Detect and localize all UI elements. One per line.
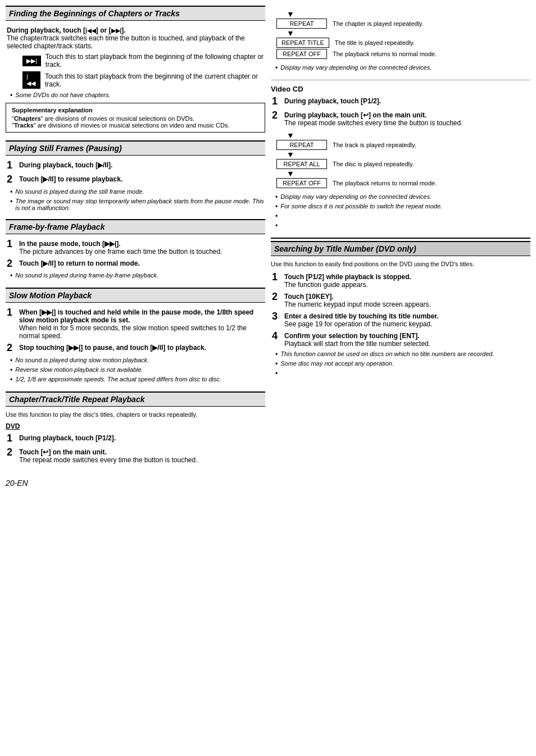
sm-step1-num: 1 (7, 307, 19, 318)
still-step2-num: 2 (7, 174, 19, 185)
vcd-bullet3 (271, 212, 530, 220)
vcd-repeat-desc2: The disc is played repeatedly. (333, 161, 414, 167)
cr-step1: 1 During playback, touch [P1/2]. (6, 433, 265, 444)
search-step2: 2 Touch [10KEY]. The numeric keypad inpu… (271, 292, 530, 308)
finding-icon1-row: ▶▶| Touch this to start playback from th… (6, 53, 265, 69)
sm-bullet1-text: No sound is played during slow motion pl… (15, 357, 149, 363)
finding-step1-text: During playback, touch [|◀◀] or [▶▶|]. T… (7, 25, 265, 50)
dvd-repeat-box1: REPEAT (276, 19, 327, 29)
search-step1-text: Touch [P1/2] while playback is stopped. … (284, 272, 530, 289)
still-bullet1: No sound is played during the still fram… (6, 188, 265, 196)
chapter-repeat-intro: Use this function to play the disc's tit… (6, 411, 265, 418)
note-text1: "Chapters" are divisions of movies or mu… (12, 115, 259, 122)
dvd-repeat-desc2: The title is played repeatedly. (335, 39, 415, 46)
sm-bullet1: No sound is played during slow motion pl… (6, 357, 265, 365)
cr-step2: 2 Touch [↩] on the main unit. The repeat… (6, 447, 265, 464)
dvd-arrow2: ▼ (276, 29, 294, 37)
frame-by-frame-section: Frame-by-frame Playback 1 In the pause m… (6, 219, 265, 280)
slow-motion-section: Slow Motion Playback 1 When [▶▶|] is tou… (6, 288, 265, 384)
dvd-repeat-desc1: The chapter is played repeatedly. (333, 20, 424, 27)
dvd-display-bullet-text: Display may vary depending on the connec… (280, 64, 431, 71)
still-bullet2-text: The image or sound may stop temporarily … (15, 198, 265, 211)
forward-icon-desc: Touch this to start playback from the be… (46, 53, 265, 69)
video-cd-section: Video CD 1 During playback, touch [P1/2]… (271, 85, 530, 230)
dvd-repeat-box2-row: REPEAT TITLE The title is played repeate… (276, 38, 415, 48)
cr-step1-text: During playback, touch [P1/2]. (19, 433, 265, 442)
sm-step2-num: 2 (7, 343, 19, 354)
dvd-repeat-desc3: The playback returns to normal mode. (333, 51, 437, 57)
dvd-repeat-box3: REPEAT OFF (276, 49, 327, 59)
sm-step1: 1 When [▶▶|] is touched and held while i… (6, 307, 265, 340)
vcd-repeat-box1-row: REPEAT The track is played repeatedly. (276, 140, 416, 150)
vcd-step1-num: 1 (272, 96, 284, 107)
search-step3-text: Enter a desired title by touching its ti… (284, 311, 530, 328)
frame-by-frame-header: Frame-by-frame Playback (6, 219, 265, 234)
dvd-repeat-box1-row: REPEAT The chapter is played repeatedly. (276, 19, 424, 29)
note-text2: "Tracks" are divisions of movies or musi… (12, 122, 259, 129)
dvd-repeat-box2: REPEAT TITLE (276, 38, 329, 48)
fbf-step1: 1 In the pause mode, touch [▶▶|]. The pi… (6, 239, 265, 256)
fbf-step1-num: 1 (7, 239, 19, 250)
cr-step2-num: 2 (7, 447, 19, 458)
vcd-repeat-diagram: ▼ REPEAT The track is played repeatedly.… (276, 131, 530, 189)
still-step1: 1 During playback, touch [▶/II]. (6, 160, 265, 171)
sm-step2: 2 Stop touching [▶▶|] to pause, and touc… (6, 343, 265, 354)
vcd-bullet1-text: Display may vary depending on the connec… (280, 193, 431, 200)
dvd-repeat-box3-row: REPEAT OFF The playback returns to norma… (276, 49, 437, 59)
searching-section: Searching by Title Number (DVD only) Use… (271, 238, 530, 377)
sm-bullet2: Reverse slow motion playback is not avai… (6, 366, 265, 374)
dvd-repeat-diagram-section: ▼ REPEAT The chapter is played repeatedl… (271, 10, 530, 72)
backward-icon: |◀◀ (22, 71, 40, 89)
search-step3-num: 3 (272, 311, 284, 322)
fbf-step2: 2 Touch [▶/II] to return to normal mode. (6, 258, 265, 270)
vcd-bullet2: For some discs it is not possible to swi… (271, 203, 530, 211)
dvd-repeat-diagram: ▼ REPEAT The chapter is played repeatedl… (276, 10, 530, 60)
vcd-repeat-box2: REPEAT ALL (276, 159, 327, 169)
vcd-repeat-box3: REPEAT OFF (276, 178, 327, 188)
fbf-step2-num: 2 (7, 258, 19, 270)
vcd-repeat-box2-row: REPEAT ALL The disc is played repeatedly… (276, 159, 414, 169)
still-step1-text: During playback, touch [▶/II]. (19, 160, 265, 169)
searching-intro: Use this function to easily find positio… (271, 261, 530, 267)
vcd-repeat-box1: REPEAT (276, 140, 327, 150)
search-bullet1-text: This function cannot be used on discs on… (280, 350, 494, 357)
finding-icon2-row: |◀◀ Touch this to start playback from th… (6, 71, 265, 89)
still-bullet1-text: No sound is played during the still fram… (15, 188, 144, 195)
fbf-bullet1-text: No sound is played during frame-by-frame… (15, 272, 158, 279)
vcd-repeat-desc3: The playback returns to normal mode. (333, 180, 437, 186)
sm-bullet3-text: 1/2, 1/8 are approximate speeds. The act… (15, 376, 221, 382)
vcd-step1: 1 During playback, touch [P1/2]. (271, 96, 530, 107)
vcd-step1-text: During playback, touch [P1/2]. (284, 96, 530, 105)
vcd-step2-text: During playback, touch [↩] on the main u… (284, 110, 530, 127)
vcd-repeat-desc1: The track is played repeatedly. (333, 142, 416, 148)
finding-bullet1-text: Some DVDs do not have chapters. (15, 92, 110, 98)
fbf-step2-text: Touch [▶/II] to return to normal mode. (19, 258, 265, 267)
dvd-display-bullet: Display may vary depending on the connec… (271, 64, 530, 72)
vcd-bullet4 (271, 222, 530, 230)
video-cd-label: Video CD (271, 85, 530, 93)
search-bullet1: This function cannot be used on discs on… (271, 350, 530, 358)
search-step4-num: 4 (272, 331, 284, 342)
chapter-repeat-header: Chapter/Track/Title Repeat Playback (6, 391, 265, 407)
cr-step1-num: 1 (7, 433, 19, 444)
search-bullet2-text: Some disc may not accept any operation. (280, 360, 394, 367)
sm-bullet3: 1/2, 1/8 are approximate speeds. The act… (6, 376, 265, 384)
still-step2: 2 Touch [▶/II] to resume playback. (6, 174, 265, 185)
search-step1: 1 Touch [P1/2] while playback is stopped… (271, 272, 530, 289)
dvd-arrow1: ▼ (276, 10, 294, 18)
search-step2-num: 2 (272, 292, 284, 303)
fbf-bullet1: No sound is played during frame-by-frame… (6, 272, 265, 280)
vcd-bullet2-text: For some discs it is not possible to swi… (280, 203, 442, 210)
vcd-repeat-box3-row: REPEAT OFF The playback returns to norma… (276, 178, 437, 188)
sm-step2-text: Stop touching [▶▶|] to pause, and touch … (19, 343, 265, 352)
search-step1-num: 1 (272, 272, 284, 283)
finding-section: Finding the Beginnings of Chapters or Tr… (6, 6, 265, 133)
vcd-step2-num: 2 (272, 110, 284, 121)
vcd-arrow2: ▼ (276, 151, 294, 158)
searching-header: Searching by Title Number (DVD only) (271, 241, 530, 256)
cr-step2-text: Touch [↩] on the main unit. The repeat m… (19, 447, 265, 464)
search-step4: 4 Confirm your selection by touching [EN… (271, 331, 530, 348)
search-bullet2: Some disc may not accept any operation. (271, 360, 530, 368)
vcd-arrow3: ▼ (276, 170, 294, 177)
sm-bullet2-text: Reverse slow motion playback is not avai… (15, 366, 143, 373)
